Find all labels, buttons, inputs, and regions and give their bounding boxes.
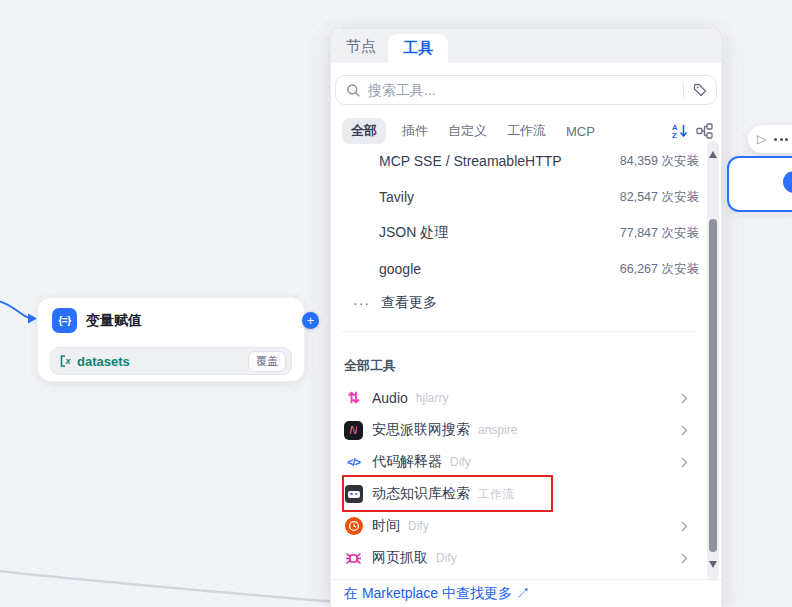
node-title: 变量赋值 — [86, 312, 142, 330]
tool-author: hjlarry — [416, 391, 449, 405]
panel-footer: 在 Marketplace 中查找更多 ↗ — [331, 579, 721, 607]
scrollbar-thumb[interactable] — [709, 219, 717, 552]
clock-icon — [345, 517, 363, 535]
node-icon — [783, 171, 792, 193]
all-tools-list: ⇅ Audio hjlarry N 安思派联网搜索 anspire </> 代码… — [331, 382, 699, 574]
variable-name: datasets — [77, 354, 130, 369]
tool-row-time[interactable]: 时间 Dify — [331, 510, 699, 542]
node-actions-pill: ▷ — [748, 125, 792, 153]
tool-name: 代码解释器 — [372, 453, 442, 471]
search-icon — [346, 83, 361, 98]
chevron-right-icon — [681, 521, 688, 532]
filter-mcp[interactable]: MCP — [564, 120, 597, 143]
install-count: 84,359 次安装 — [620, 153, 699, 170]
tool-name: 动态知识库检索 — [372, 485, 470, 503]
tool-author: 工作流 — [478, 486, 514, 503]
variable-chip[interactable]: x datasets 覆盖 — [50, 347, 292, 375]
play-icon[interactable]: ▷ — [757, 132, 766, 146]
tool-row-audio[interactable]: ⇅ Audio hjlarry — [331, 382, 699, 414]
more-actions-icon[interactable] — [774, 138, 788, 141]
tool-name: google — [379, 261, 421, 277]
tool-name: JSON 处理 — [379, 224, 448, 242]
tree-view-icon[interactable] — [696, 123, 713, 139]
tool-row-code-interpreter[interactable]: </> 代码解释器 Dify — [331, 446, 699, 478]
overwrite-badge: 覆盖 — [248, 351, 286, 372]
scroll-up-arrow[interactable] — [709, 151, 717, 158]
tab-nodes[interactable]: 节点 — [334, 29, 388, 63]
tool-row-web-scraper[interactable]: 网页抓取 Dify — [331, 542, 699, 574]
chevron-right-icon — [681, 457, 688, 468]
web-scraper-icon — [345, 551, 362, 566]
filter-plugins[interactable]: 插件 — [400, 118, 430, 144]
install-count: 77,847 次安装 — [620, 225, 699, 242]
tool-author: anspire — [478, 423, 517, 437]
variable-icon: x — [59, 354, 73, 368]
search-input[interactable] — [368, 82, 675, 98]
list-item[interactable]: JSON 处理 77,847 次安装 — [331, 215, 699, 251]
popular-tools-list: MCP SSE / StreamableHTTP 84,359 次安装 Tavi… — [331, 143, 699, 319]
chevron-right-icon — [681, 553, 688, 564]
tools-panel: 节点 工具 全部 插件 自定义 工作流 MCP A Z — [330, 28, 722, 607]
divider — [342, 331, 697, 332]
tool-author: Dify — [408, 519, 429, 533]
tool-name: Tavily — [379, 189, 414, 205]
tool-name: 时间 — [372, 517, 400, 535]
panel-tabs: 节点 工具 — [331, 29, 721, 63]
tool-row-dynamic-knowledge-retrieval[interactable]: 动态知识库检索 工作流 — [331, 478, 699, 510]
tool-name: 网页抓取 — [372, 549, 428, 567]
show-more-button[interactable]: ··· 查看更多 — [331, 287, 699, 319]
tool-name: 安思派联网搜索 — [372, 421, 470, 439]
filter-all[interactable]: 全部 — [342, 118, 386, 144]
anspire-icon: N — [344, 421, 363, 440]
chevron-right-icon — [681, 393, 688, 404]
divider — [683, 82, 684, 98]
install-count: 82,547 次安装 — [620, 189, 699, 206]
sort-az-icon[interactable]: A Z — [671, 123, 689, 139]
list-item[interactable]: google 66,267 次安装 — [331, 251, 699, 287]
tool-name: MCP SSE / StreamableHTTP — [379, 153, 562, 169]
tool-author: Dify — [436, 551, 457, 565]
install-count: 66,267 次安装 — [620, 261, 699, 278]
code-icon: </> — [344, 453, 363, 472]
filter-custom[interactable]: 自定义 — [446, 118, 489, 144]
filter-workflow[interactable]: 工作流 — [505, 118, 548, 144]
variable-assigner-node[interactable]: {=} 变量赋值 + x datasets 覆盖 — [37, 297, 305, 382]
filter-row: 全部 插件 自定义 工作流 MCP A Z — [342, 118, 713, 144]
ellipsis-icon: ··· — [353, 295, 370, 311]
variable-assigner-icon: {=} — [52, 308, 77, 333]
svg-text:x: x — [65, 356, 72, 366]
list-item[interactable]: MCP SSE / StreamableHTTP 84,359 次安装 — [331, 143, 699, 179]
show-more-label: 查看更多 — [381, 294, 437, 312]
tool-search-bar[interactable] — [335, 75, 717, 105]
tool-name: Audio — [372, 390, 408, 406]
chevron-right-icon — [681, 425, 688, 436]
scroll-down-arrow[interactable] — [709, 561, 717, 568]
robot-icon — [345, 485, 363, 503]
add-node-button[interactable]: + — [302, 312, 319, 329]
marketplace-link[interactable]: 在 Marketplace 中查找更多 ↗ — [344, 585, 530, 603]
list-item[interactable]: Tavily 82,547 次安装 — [331, 179, 699, 215]
selected-node-partial[interactable] — [727, 156, 792, 212]
tag-filter-icon[interactable] — [692, 82, 708, 98]
tab-tools[interactable]: 工具 — [388, 34, 448, 63]
tool-author: Dify — [450, 455, 471, 469]
audio-icon: ⇅ — [344, 389, 363, 408]
all-tools-section-title: 全部工具 — [344, 357, 396, 375]
tool-row-anspire-search[interactable]: N 安思派联网搜索 anspire — [331, 414, 699, 446]
svg-text:Z: Z — [672, 131, 677, 139]
